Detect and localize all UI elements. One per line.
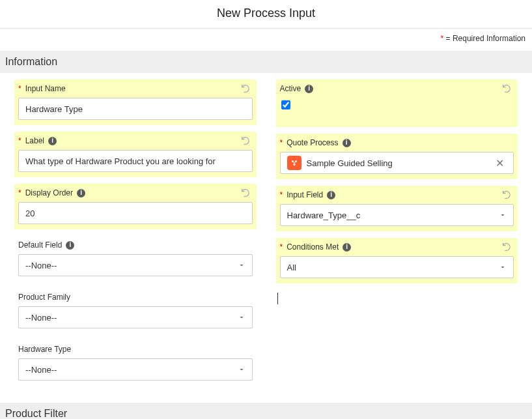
text-cursor bbox=[276, 290, 518, 306]
info-icon[interactable]: i bbox=[343, 243, 351, 252]
select-value: --None-- bbox=[25, 313, 57, 323]
page-title: New Process Input bbox=[0, 0, 532, 28]
field-product-family: Product Family --None-- bbox=[14, 288, 257, 334]
undo-icon[interactable] bbox=[240, 134, 251, 146]
required-info-text: = Required Information bbox=[446, 34, 525, 43]
field-quote-process: * Quote Process i Sample Guided Selling … bbox=[276, 134, 518, 179]
select-value: --None-- bbox=[25, 365, 57, 375]
field-label: Quote Process bbox=[287, 138, 338, 147]
field-label: Label bbox=[25, 136, 44, 145]
field-label: Product Family bbox=[18, 293, 70, 302]
select-value: All bbox=[287, 263, 296, 272]
required-info: * = Required Information bbox=[0, 29, 532, 47]
field-hardware-type: Hardware Type --None-- bbox=[14, 340, 257, 386]
info-icon[interactable]: i bbox=[48, 137, 57, 145]
section-header-information: Information bbox=[0, 51, 532, 73]
default-field-select[interactable]: --None-- bbox=[18, 254, 253, 276]
field-label: Default Field bbox=[18, 240, 62, 250]
info-icon[interactable]: i bbox=[77, 189, 85, 197]
field-display-order: * Display Order i bbox=[14, 184, 257, 229]
required-asterisk: * bbox=[280, 190, 283, 199]
section-header-product-filter: Product Filter bbox=[0, 403, 532, 419]
field-label: Input Field bbox=[287, 190, 323, 199]
input-field-select[interactable]: Hardware_Type__c bbox=[280, 204, 514, 226]
display-order-input[interactable] bbox=[18, 202, 253, 224]
chevron-down-icon bbox=[238, 313, 245, 321]
info-icon[interactable]: i bbox=[343, 139, 351, 147]
product-family-select[interactable]: --None-- bbox=[18, 306, 253, 328]
info-icon[interactable]: i bbox=[305, 85, 313, 93]
field-label: * Label i bbox=[14, 132, 257, 177]
select-value: Hardware_Type__c bbox=[287, 210, 361, 220]
required-asterisk: * bbox=[18, 136, 21, 145]
undo-icon[interactable] bbox=[240, 186, 251, 198]
chevron-down-icon bbox=[238, 261, 245, 269]
field-label: Conditions Met bbox=[287, 242, 339, 252]
field-default-field: Default Field i --None-- bbox=[14, 236, 257, 282]
info-icon[interactable]: i bbox=[66, 241, 74, 250]
undo-icon[interactable] bbox=[240, 82, 251, 94]
required-asterisk: * bbox=[18, 84, 21, 93]
field-input-field: * Input Field i Hardware_Type__c bbox=[276, 186, 518, 231]
field-conditions-met: * Conditions Met i All bbox=[276, 238, 518, 283]
required-asterisk: * bbox=[18, 188, 21, 197]
label-input[interactable] bbox=[18, 150, 253, 172]
required-asterisk: * bbox=[280, 138, 283, 147]
field-label: Input Name bbox=[25, 84, 66, 93]
hardware-type-select[interactable]: --None-- bbox=[18, 358, 253, 381]
required-asterisk: * bbox=[280, 242, 283, 252]
field-label: Active bbox=[280, 84, 301, 93]
required-asterisk: * bbox=[441, 34, 444, 43]
chevron-down-icon bbox=[499, 263, 507, 271]
undo-icon[interactable] bbox=[501, 240, 512, 252]
undo-icon[interactable] bbox=[501, 188, 512, 200]
info-icon[interactable]: i bbox=[327, 191, 335, 199]
active-checkbox[interactable] bbox=[281, 100, 290, 109]
field-active: Active i bbox=[276, 79, 518, 127]
close-icon[interactable]: ✕ bbox=[493, 157, 507, 169]
input-name-input[interactable] bbox=[18, 98, 253, 120]
select-value: --None-- bbox=[25, 261, 57, 270]
field-label: Hardware Type bbox=[18, 345, 71, 354]
chevron-down-icon bbox=[499, 211, 507, 219]
process-icon bbox=[287, 156, 301, 170]
quote-process-lookup[interactable]: Sample Guided Selling ✕ bbox=[280, 152, 514, 174]
lookup-value: Sample Guided Selling bbox=[307, 158, 393, 168]
field-input-name: * Input Name bbox=[14, 79, 257, 125]
chevron-down-icon bbox=[238, 366, 245, 373]
field-label: Display Order bbox=[25, 188, 73, 197]
undo-icon[interactable] bbox=[501, 82, 512, 94]
conditions-met-select[interactable]: All bbox=[280, 256, 514, 278]
